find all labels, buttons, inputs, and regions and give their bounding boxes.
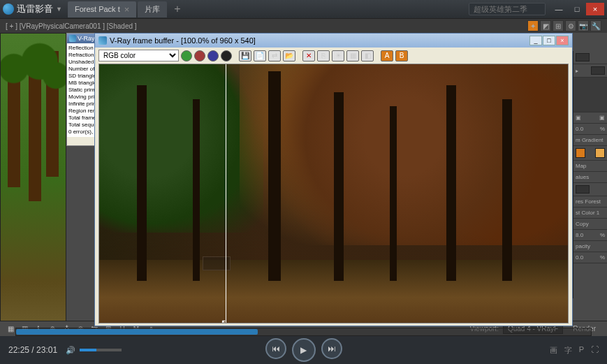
vfb-titlebar[interactable]: V-Ray frame buffer - [100.0% of 960 x 54… xyxy=(95,34,572,48)
window-controls: — □ × xyxy=(550,3,604,15)
tree xyxy=(268,71,281,281)
tool-icon[interactable]: ⚙ xyxy=(565,20,576,31)
timeline-thumb[interactable] xyxy=(16,329,258,335)
tab-forest-pack[interactable]: Forest Pack t × xyxy=(68,1,136,17)
channel-red-button[interactable] xyxy=(194,50,205,61)
spinner[interactable] xyxy=(576,53,590,61)
volume-slider[interactable] xyxy=(80,349,122,351)
render-canopy-left xyxy=(99,64,263,233)
vfb-close-button[interactable]: × xyxy=(556,36,569,45)
maximize-button[interactable]: □ xyxy=(568,3,586,15)
tool-icon[interactable]: 🔧 xyxy=(590,20,601,31)
color1-label: st Color 1 xyxy=(576,210,599,216)
tab-label: Forest Pack t xyxy=(75,5,120,13)
open-button[interactable]: 📂 xyxy=(283,50,295,61)
tool-icon[interactable]: ⊞ xyxy=(553,20,564,31)
app-title: 迅雷影音 xyxy=(17,3,53,15)
tree xyxy=(137,85,147,281)
command-panel[interactable]: ▸ ▣▣ 0.0% m Gradient Map alues res Fores… xyxy=(573,51,607,298)
forest-label: res Forest xyxy=(576,198,601,205)
player-right-controls: 画 字 P ⛶ xyxy=(550,345,599,356)
tool-icon[interactable]: ✦ xyxy=(527,20,539,31)
tab-label: 片库 xyxy=(145,4,160,15)
channel-green-button[interactable] xyxy=(181,50,192,61)
spinner-label: 0.0 xyxy=(576,254,583,261)
save-image-button[interactable]: 💾 xyxy=(239,50,251,61)
titlebar: 迅雷影音 ▼ Forest Pack t × 片库 + — □ × xyxy=(0,0,607,18)
swap-button[interactable]: ⇄ xyxy=(268,50,281,61)
timeline-scrollbar[interactable] xyxy=(15,328,592,336)
tab-close-icon[interactable]: × xyxy=(124,4,130,15)
pip-button[interactable]: P xyxy=(579,345,584,356)
history-a-button[interactable]: A xyxy=(381,50,393,61)
channel-blue-button[interactable] xyxy=(207,50,219,61)
tree xyxy=(446,85,456,281)
tree xyxy=(334,92,344,281)
minimize-button[interactable]: — xyxy=(550,3,568,15)
vfb-title-text: V-Ray frame buffer - [100.0% of 960 x 54… xyxy=(110,36,256,45)
spinner[interactable] xyxy=(576,185,590,194)
values-label: alues xyxy=(576,174,589,180)
gradient-label: m Gradient xyxy=(576,137,604,143)
search-input[interactable] xyxy=(469,3,546,15)
map-label: Map xyxy=(576,163,587,169)
tool-icon[interactable]: ▦ xyxy=(6,324,15,334)
opacity-label: pacity xyxy=(576,243,590,249)
tab-library[interactable]: 片库 xyxy=(138,1,167,17)
tree xyxy=(390,106,397,281)
viewport-label: [ + ] [VRayPhysicalCamera001 ] [Shaded ] xyxy=(6,22,137,30)
spinner[interactable] xyxy=(591,66,605,75)
vfb-maximize-button[interactable]: □ xyxy=(543,36,555,45)
video-player-bar: 22:25 / 23:01 ⏮ ▶ ⏭ 🔊 画 字 P ⛶ xyxy=(0,336,607,364)
play-button[interactable]: ▶ xyxy=(292,338,316,362)
main-area: V-Ray m Reflection r Refraction r Unshad… xyxy=(0,33,607,326)
time-display: 22:25 / 23:01 xyxy=(8,345,57,355)
viewport-preview[interactable] xyxy=(0,33,66,326)
clear-button[interactable]: ✕ xyxy=(302,50,315,61)
vfb-app-icon xyxy=(98,36,107,45)
compare-divider[interactable] xyxy=(226,64,226,323)
channel-mono-button[interactable] xyxy=(221,50,232,61)
duplicate-button[interactable]: ⎘ xyxy=(317,50,330,61)
channel-select[interactable]: RGB color xyxy=(98,50,179,61)
render-output[interactable]: ↖ xyxy=(98,64,569,323)
forest-preview-image xyxy=(1,34,66,326)
vray-frame-buffer-window[interactable]: V-Ray frame buffer - [100.0% of 960 x 54… xyxy=(94,33,573,326)
region-button[interactable]: ▦ xyxy=(346,50,359,61)
add-tab-button[interactable]: + xyxy=(168,3,186,15)
tree xyxy=(502,99,512,281)
render-canopy-right xyxy=(240,64,568,245)
app-logo-icon xyxy=(3,3,14,15)
cursor-icon: ↖ xyxy=(221,317,229,323)
tool-icon[interactable]: ◩ xyxy=(540,20,551,31)
color-swatch[interactable] xyxy=(576,148,585,158)
copy-label[interactable]: Copy xyxy=(576,221,589,227)
viewport-header: [ + ] [VRayPhysicalCamera001 ] [Shaded ]… xyxy=(0,18,607,33)
save-all-button[interactable]: 📄 xyxy=(254,50,266,61)
color-swatch[interactable] xyxy=(595,148,605,158)
history-b-button[interactable]: B xyxy=(395,50,408,61)
value-label: ▸ xyxy=(576,68,578,74)
tree xyxy=(193,99,200,281)
tool-icon[interactable]: 📷 xyxy=(578,20,589,31)
volume-icon[interactable]: 🔊 xyxy=(66,346,75,355)
vfb-minimize-button[interactable]: _ xyxy=(529,36,542,45)
next-button[interactable]: ⏭ xyxy=(321,338,342,359)
vfb-toolbar: RGB color 💾 📄 ⇄ 📂 ✕ ⎘ ☀ ▦ ◧ A B xyxy=(95,48,572,64)
volume-control[interactable]: 🔊 xyxy=(66,346,122,355)
play-controls: ⏮ ▶ ⏭ xyxy=(265,338,342,362)
spinner-label: 8.0 xyxy=(576,232,583,238)
picture-mode-button[interactable]: 画 xyxy=(550,345,557,356)
spinner-label: 0.0 xyxy=(576,126,583,132)
app-menu-caret-icon[interactable]: ▼ xyxy=(56,6,62,13)
fullscreen-button[interactable]: ⛶ xyxy=(591,345,599,356)
subtitle-button[interactable]: 字 xyxy=(564,345,572,356)
track-mouse-button[interactable]: ☀ xyxy=(332,50,344,61)
compare-button[interactable]: ◧ xyxy=(361,50,374,61)
prev-button[interactable]: ⏮ xyxy=(265,338,286,359)
close-button[interactable]: × xyxy=(586,3,604,15)
